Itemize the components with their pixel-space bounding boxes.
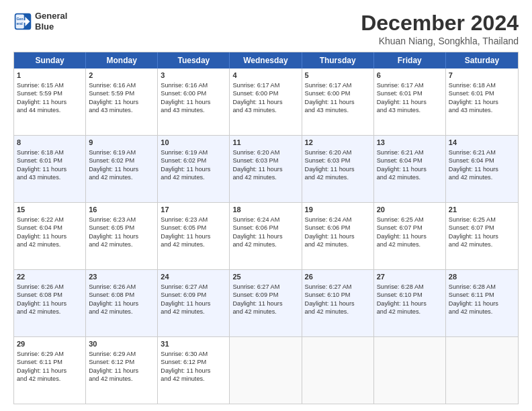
day-info-line: Sunset: 6:04 PM: [17, 224, 83, 232]
day-info-line: and 42 minutes.: [305, 173, 371, 181]
day-info-line: Sunrise: 6:24 AM: [305, 216, 371, 224]
day-info-line: and 42 minutes.: [232, 173, 298, 181]
day-info-line: Daylight: 11 hours: [161, 232, 226, 240]
day-info-line: Sunrise: 6:23 AM: [89, 216, 154, 224]
day-info-line: Daylight: 11 hours: [17, 300, 83, 308]
calendar-body: 1Sunrise: 6:15 AMSunset: 5:59 PMDaylight…: [14, 68, 518, 404]
page: Gen eral General Blue December 2024 Khua…: [0, 0, 532, 411]
day-info-line: Daylight: 11 hours: [161, 367, 226, 375]
day-info-line: Sunset: 6:08 PM: [17, 291, 83, 299]
weekday-header: Tuesday: [158, 52, 230, 68]
calendar-cell: 17Sunrise: 6:23 AMSunset: 6:05 PMDayligh…: [158, 203, 230, 269]
day-number: 20: [377, 205, 443, 215]
calendar-cell: 9Sunrise: 6:19 AMSunset: 6:02 PMDaylight…: [86, 136, 158, 202]
calendar-cell: 15Sunrise: 6:22 AMSunset: 6:04 PMDayligh…: [14, 203, 86, 269]
day-number: 27: [377, 272, 443, 282]
weekday-header: Saturday: [446, 52, 518, 68]
day-info-line: Sunset: 6:06 PM: [305, 224, 371, 232]
calendar-cell: [230, 337, 302, 404]
day-info-line: Sunrise: 6:28 AM: [449, 283, 515, 291]
day-info-line: and 42 minutes.: [17, 240, 83, 248]
day-info-line: Sunset: 6:00 PM: [161, 89, 226, 97]
calendar-header: SundayMondayTuesdayWednesdayThursdayFrid…: [14, 52, 518, 68]
day-info-line: and 42 minutes.: [161, 308, 226, 316]
day-info-line: Sunrise: 6:27 AM: [305, 283, 371, 291]
day-info-line: Sunset: 6:04 PM: [377, 156, 443, 165]
calendar-cell: 31Sunrise: 6:30 AMSunset: 6:12 PMDayligh…: [158, 337, 230, 404]
day-info-line: Sunset: 6:01 PM: [17, 156, 83, 165]
day-info-line: Sunrise: 6:24 AM: [232, 216, 298, 224]
day-info-line: Daylight: 11 hours: [232, 98, 298, 106]
day-info-line: Sunset: 6:03 PM: [305, 156, 371, 165]
day-info-line: and 42 minutes.: [17, 308, 83, 316]
day-info-line: Sunrise: 6:20 AM: [232, 148, 298, 156]
day-number: 2: [89, 71, 154, 81]
calendar-cell: 12Sunrise: 6:20 AMSunset: 6:03 PMDayligh…: [302, 136, 374, 202]
day-number: 12: [305, 138, 371, 148]
day-info-line: Sunrise: 6:29 AM: [89, 350, 154, 358]
day-info-line: Daylight: 11 hours: [305, 300, 371, 308]
weekday-header: Monday: [86, 52, 158, 68]
logo: Gen eral General Blue: [13, 11, 67, 32]
day-info-line: Daylight: 11 hours: [17, 232, 83, 240]
day-number: 19: [305, 205, 371, 215]
calendar-cell: 7Sunrise: 6:18 AMSunset: 6:01 PMDaylight…: [446, 68, 518, 135]
day-info-line: Daylight: 11 hours: [89, 300, 154, 308]
calendar-row: 8Sunrise: 6:18 AMSunset: 6:01 PMDaylight…: [14, 135, 518, 202]
calendar-cell: 5Sunrise: 6:17 AMSunset: 6:00 PMDaylight…: [302, 68, 374, 135]
day-info-line: Sunset: 6:00 PM: [232, 89, 298, 97]
day-info-line: Sunset: 6:12 PM: [161, 358, 226, 366]
weekday-header: Friday: [374, 52, 446, 68]
day-number: 31: [161, 339, 226, 349]
day-number: 3: [161, 71, 226, 81]
day-number: 18: [232, 205, 298, 215]
calendar-cell: 25Sunrise: 6:27 AMSunset: 6:09 PMDayligh…: [230, 270, 302, 336]
day-info-line: Sunrise: 6:26 AM: [89, 283, 154, 291]
day-info-line: Sunrise: 6:18 AM: [17, 148, 83, 156]
day-info-line: and 42 minutes.: [305, 308, 371, 316]
day-number: 30: [89, 339, 154, 349]
day-info-line: Daylight: 11 hours: [305, 165, 371, 173]
day-info-line: and 42 minutes.: [89, 375, 154, 383]
day-info-line: Daylight: 11 hours: [161, 300, 226, 308]
day-info-line: and 42 minutes.: [89, 240, 154, 248]
day-info-line: Sunset: 6:01 PM: [449, 89, 515, 97]
day-info-line: and 42 minutes.: [89, 173, 154, 181]
day-info-line: and 43 minutes.: [161, 106, 226, 114]
day-number: 17: [161, 205, 226, 215]
calendar-cell: [302, 337, 374, 404]
day-info-line: and 43 minutes.: [89, 106, 154, 114]
day-info-line: Daylight: 11 hours: [161, 165, 226, 173]
day-info-line: Sunrise: 6:27 AM: [161, 283, 226, 291]
day-info-line: Sunset: 6:09 PM: [232, 291, 298, 299]
day-info-line: Sunset: 6:10 PM: [305, 291, 371, 299]
day-info-line: Daylight: 11 hours: [305, 232, 371, 240]
day-info-line: and 42 minutes.: [377, 173, 443, 181]
day-info-line: Sunset: 6:10 PM: [377, 291, 443, 299]
header: Gen eral General Blue December 2024 Khua…: [13, 11, 519, 46]
calendar-cell: 20Sunrise: 6:25 AMSunset: 6:07 PMDayligh…: [374, 203, 446, 269]
calendar-cell: 18Sunrise: 6:24 AMSunset: 6:06 PMDayligh…: [230, 203, 302, 269]
day-number: 15: [17, 205, 83, 215]
day-info-line: Sunrise: 6:17 AM: [232, 81, 298, 89]
calendar-row: 15Sunrise: 6:22 AMSunset: 6:04 PMDayligh…: [14, 202, 518, 269]
calendar-row: 22Sunrise: 6:26 AMSunset: 6:08 PMDayligh…: [14, 269, 518, 336]
day-info-line: Sunset: 6:02 PM: [161, 156, 226, 165]
day-info-line: Sunset: 6:05 PM: [161, 224, 226, 232]
day-info-line: and 42 minutes.: [232, 308, 298, 316]
day-number: 8: [17, 138, 83, 148]
day-number: 23: [89, 272, 154, 282]
day-info-line: and 42 minutes.: [305, 240, 371, 248]
day-info-line: Daylight: 11 hours: [232, 165, 298, 173]
day-info-line: and 44 minutes.: [17, 106, 83, 114]
title-block: December 2024 Khuan Niang, Songkhla, Tha…: [361, 11, 519, 46]
svg-text:Gen: Gen: [16, 17, 23, 21]
day-number: 29: [17, 339, 83, 349]
day-info-line: and 42 minutes.: [449, 240, 515, 248]
calendar-cell: 11Sunrise: 6:20 AMSunset: 6:03 PMDayligh…: [230, 136, 302, 202]
day-info-line: and 42 minutes.: [377, 240, 443, 248]
day-info-line: Sunrise: 6:21 AM: [449, 148, 515, 156]
day-info-line: Sunrise: 6:16 AM: [89, 81, 154, 89]
svg-text:eral: eral: [16, 21, 23, 26]
day-info-line: Daylight: 11 hours: [449, 300, 515, 308]
